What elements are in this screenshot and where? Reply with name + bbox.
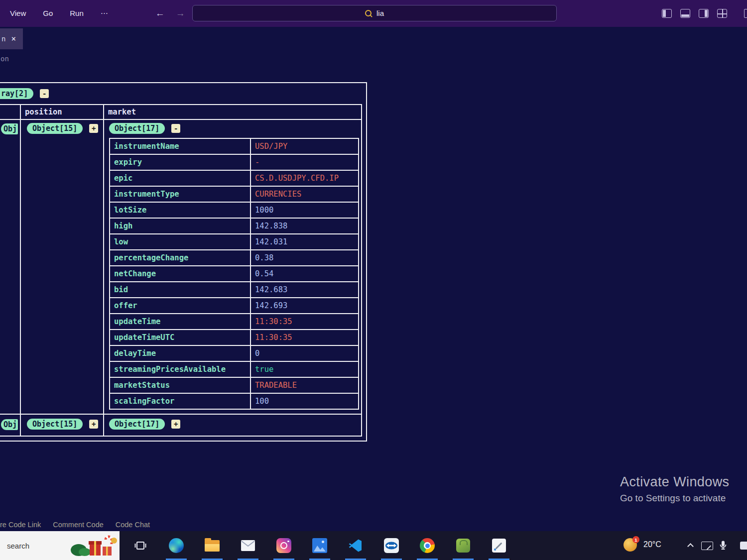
element-column-header [0, 105, 20, 119]
forward-arrow-icon[interactable]: → [176, 8, 185, 19]
position-expand-toggle[interactable]: + [89, 124, 98, 133]
market-row: percentageChange0.38 [110, 250, 359, 266]
command-search-input[interactable]: lia [192, 5, 557, 21]
market-row: offer142.693 [110, 298, 359, 314]
notification-tray-icon[interactable]: 1 [623, 538, 637, 552]
clipped-titlebar-icon[interactable] [744, 9, 747, 18]
holiday-doodle [71, 535, 118, 557]
market-value: CURRENCIES [250, 186, 359, 202]
market-value: CS.D.USDJPY.CFD.IP [250, 170, 359, 186]
market-value: 142.683 [250, 282, 359, 298]
editor-tab[interactable]: n × [0, 28, 23, 49]
statusbar-item-share-code-link[interactable]: re Code Link [0, 521, 41, 529]
taskbar-item-edge[interactable] [164, 531, 188, 560]
market-value: 11:30:35 [250, 314, 359, 330]
market-value: true [250, 361, 359, 377]
market-cell: Object[17] - instrumentNameUSD/JPYexpiry… [104, 119, 362, 414]
status-bar: re Code Link Comment Code Code Chat [0, 518, 150, 531]
market-object-pill[interactable]: Object[17] [109, 123, 165, 134]
array-row-0: Obj Object[15]+ Object[17] - instrumentN… [0, 119, 362, 414]
array-row-1: Obj Object[15]+ Object[17] + [0, 414, 362, 436]
market-row: bid142.683 [110, 282, 359, 298]
temperature-label: 20°C [643, 540, 661, 549]
taskbar: search [0, 531, 747, 560]
menu-view[interactable]: View [10, 9, 26, 18]
market-key: updateTimeUTC [110, 330, 250, 345]
element-object-pill[interactable]: Obj [1, 123, 18, 134]
taskbar-item-file-explorer[interactable] [200, 531, 224, 560]
position-object-pill[interactable]: Object[15] [27, 123, 83, 134]
market-value: 142.693 [250, 298, 359, 314]
file-explorer-icon [205, 540, 220, 552]
market-column-header: market [104, 105, 362, 119]
taskbar-item-vscode[interactable] [344, 531, 368, 560]
tray-chevron-up-icon[interactable] [687, 543, 694, 550]
taskbar-item-photos[interactable] [308, 531, 332, 560]
market-row: low142.031 [110, 234, 359, 250]
array-pill[interactable]: ray[2] [0, 88, 33, 99]
market-key: netChange [110, 266, 250, 282]
market-value: - [250, 154, 359, 170]
back-arrow-icon[interactable]: ← [155, 8, 165, 19]
statusbar-item-code-chat[interactable]: Code Chat [116, 521, 150, 529]
market-row: netChange0.54 [110, 266, 359, 282]
taskbar-search-box[interactable]: search [0, 531, 120, 560]
market-value: 11:30:35 [250, 330, 359, 345]
toggle-sidebar-icon[interactable] [662, 9, 672, 18]
position-cell: Object[15]+ [20, 414, 104, 436]
toggle-secondary-sidebar-icon[interactable] [699, 9, 709, 18]
position-object-pill[interactable]: Object[15] [27, 419, 83, 430]
taskbar-item-shopify[interactable] [451, 531, 475, 560]
array-collapse-toggle[interactable]: - [40, 89, 49, 98]
watermark-line1: Activate Windows [620, 474, 729, 490]
customize-layout-icon[interactable] [717, 9, 727, 18]
market-collapse-toggle[interactable]: - [171, 124, 180, 133]
vscode-icon [348, 538, 363, 553]
taskbar-item-task-view[interactable] [128, 531, 152, 560]
array-table: position market Obj Object[15]+ Object[1… [0, 104, 362, 437]
clipped-tray-icon[interactable] [740, 542, 747, 550]
statusbar-item-comment-code[interactable]: Comment Code [53, 521, 104, 529]
taskbar-item-instagram[interactable] [272, 531, 296, 560]
market-row: streamingPricesAvailabletrue [110, 361, 359, 377]
market-object-pill[interactable]: Object[17] [109, 419, 165, 430]
market-key: percentageChange [110, 250, 250, 266]
market-value: USD/JPY [250, 138, 359, 154]
position-expand-toggle[interactable]: + [89, 420, 98, 429]
taskbar-pinned-icons [128, 531, 511, 560]
market-cell: Object[17] + [104, 414, 362, 436]
microphone-tray-icon[interactable] [719, 540, 727, 551]
market-row: lotSize1000 [110, 202, 359, 218]
menu-overflow[interactable]: ⋯ [101, 9, 108, 18]
json-data-viewer: ray[2] - position market Obj Object[15]+ [0, 82, 367, 442]
taskbar-item-mail[interactable] [236, 531, 260, 560]
tab-close-icon[interactable]: × [11, 35, 16, 43]
toggle-panel-icon[interactable] [680, 9, 690, 18]
element-object-pill[interactable]: Obj [1, 419, 18, 430]
taskbar-item-teamviewer[interactable] [379, 531, 403, 560]
market-key: offer [110, 298, 250, 314]
taskbar-item-chrome[interactable] [415, 531, 439, 560]
market-row: instrumentTypeCURRENCIES [110, 186, 359, 202]
market-row: instrumentNameUSD/JPY [110, 138, 359, 154]
breadcrumb[interactable]: on [0, 55, 9, 63]
menu-go[interactable]: Go [43, 9, 53, 18]
menu-bar: View Go Run ⋯ [10, 9, 108, 18]
position-column-header: position [20, 105, 104, 119]
taskbar-search-label: search [7, 542, 29, 550]
photos-icon [312, 538, 327, 553]
market-expand-toggle[interactable]: + [171, 420, 180, 429]
instagram-icon [276, 538, 291, 553]
menu-run[interactable]: Run [70, 9, 84, 18]
market-value: 142.838 [250, 218, 359, 234]
market-row: updateTime11:30:35 [110, 314, 359, 330]
market-row: expiry- [110, 154, 359, 170]
pen-display-tray-icon[interactable] [701, 542, 713, 550]
market-key: low [110, 234, 250, 250]
market-key: lotSize [110, 202, 250, 218]
market-key: expiry [110, 154, 250, 170]
taskbar-item-notes[interactable] [487, 531, 511, 560]
market-table-body: instrumentNameUSD/JPYexpiry-epicCS.D.USD… [110, 138, 359, 409]
edge-icon [169, 538, 184, 553]
market-row: high142.838 [110, 218, 359, 234]
